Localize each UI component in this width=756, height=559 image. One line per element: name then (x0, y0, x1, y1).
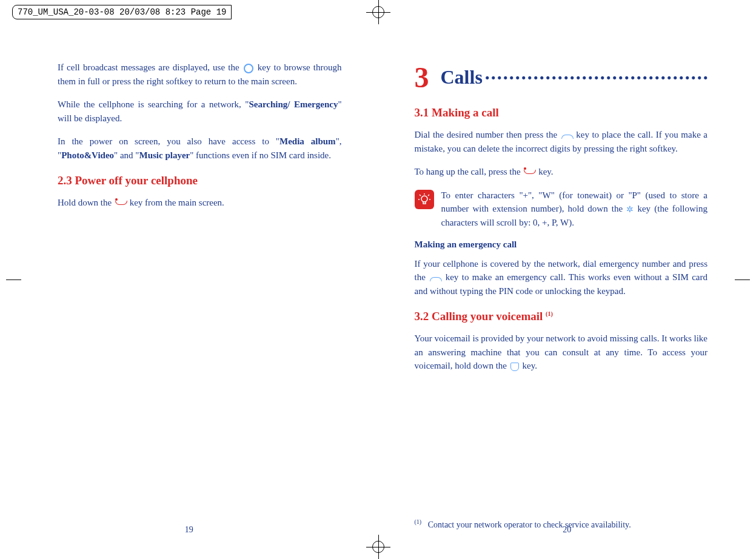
paragraph-voicemail: Your voicemail is provided by your netwo… (415, 332, 708, 373)
end-key-icon (115, 199, 126, 208)
paragraph-power-on: In the power on screen, you also have ac… (58, 135, 342, 162)
footnote: (1) Contact your network operator to che… (415, 518, 708, 530)
page-number-left: 19 (185, 525, 193, 535)
chapter-dots: ..................................... (485, 62, 707, 84)
document-slug: 770_UM_USA_20-03-08 20/03/08 8:23 Page 1… (12, 5, 232, 19)
left-page: If cell broadcast messages are displayed… (0, 36, 378, 559)
voicemail-key-icon (510, 363, 519, 371)
page-number-right: 20 (563, 525, 571, 535)
registration-mark-top (366, 0, 390, 24)
paragraph-searching: While the cellphone is searching for a n… (58, 98, 342, 125)
subheading-emergency: Making an emergency call (415, 239, 708, 250)
call-key-icon (561, 132, 572, 140)
lightbulb-icon (415, 190, 434, 209)
end-key-icon (524, 169, 535, 177)
heading-3-1: 3.1 Making a call (415, 106, 708, 119)
paragraph-hangup: To hang up the call, press the key. (415, 165, 708, 179)
chapter-number: 3 (415, 61, 429, 94)
tip-text: To enter characters "+", "W" (for tonewa… (441, 189, 708, 230)
chapter-header: 3 Calls ................................… (415, 61, 708, 94)
heading-2-3: 2.3 Power off your cellphone (58, 174, 342, 187)
call-key-icon (430, 274, 441, 283)
tip-box: To enter characters "+", "W" (for tonewa… (415, 189, 708, 230)
chapter-title: Calls (441, 66, 483, 89)
nav-key-icon (244, 64, 253, 73)
spread-container: If cell broadcast messages are displayed… (0, 0, 756, 559)
heading-3-2: 3.2 Calling your voicemail (1) (415, 310, 708, 323)
right-page: 3 Calls ................................… (378, 36, 757, 559)
paragraph-cell-broadcast: If cell broadcast messages are displayed… (58, 61, 342, 88)
paragraph-dial: Dial the desired number then press the k… (415, 128, 708, 155)
paragraph-hold-down: Hold down the key from the main screen. (58, 196, 342, 210)
zero-plus-key-icon: ✲ (626, 203, 634, 216)
paragraph-emergency: If your cellphone is covered by the netw… (415, 257, 708, 298)
